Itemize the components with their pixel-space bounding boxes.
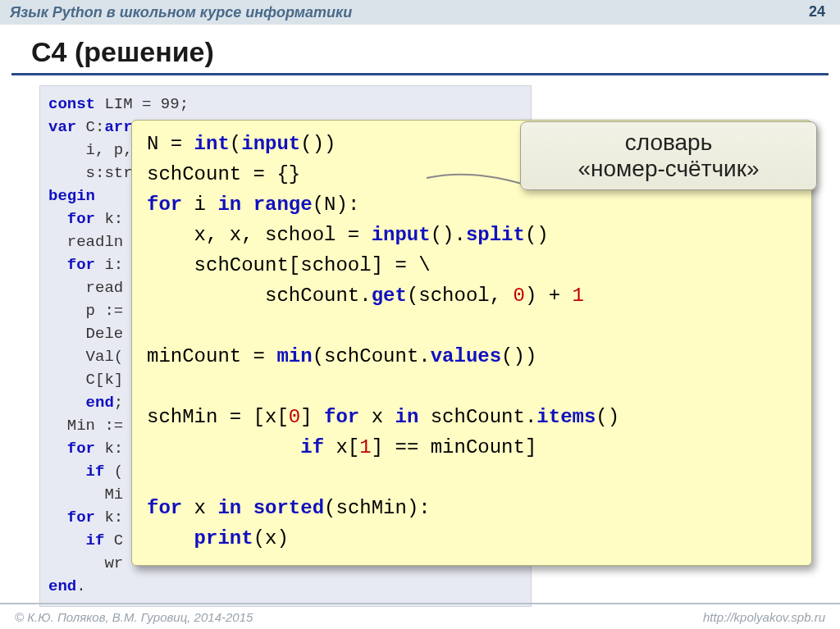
py-line: for (147, 194, 182, 216)
pascal-line: k: (95, 508, 123, 526)
py-line: ) + (525, 285, 573, 307)
py-line: if (300, 436, 324, 458)
pascal-line: const (48, 95, 95, 113)
annotation-label: словарь «номер-счётчик» (520, 121, 817, 190)
pascal-line: k: (95, 210, 123, 228)
py-line: items (536, 406, 596, 428)
py-line: get (372, 285, 407, 307)
py-line: input (241, 133, 300, 155)
pascal-line: C (104, 531, 123, 549)
py-line: 1 (573, 285, 584, 307)
py-line: i (182, 194, 217, 216)
page-title: C4 (решение) (0, 25, 840, 73)
pascal-line: LIM = 99; (95, 95, 189, 113)
footer: © К.Ю. Поляков, В.М. Гуровиц, 2014-2015 … (0, 603, 840, 629)
pascal-line: . (76, 577, 85, 595)
py-line (147, 527, 194, 549)
py-line: x (182, 497, 217, 519)
py-line: (school, (407, 285, 514, 307)
footer-url: http://kpolyakov.spb.ru (703, 610, 825, 624)
py-line: ] (300, 406, 324, 428)
pascal-line: i, p, (48, 141, 133, 159)
py-line: min (276, 345, 312, 367)
pascal-line: for (67, 210, 95, 228)
py-line: schCount. (147, 285, 372, 307)
pascal-line (48, 440, 67, 458)
footer-copyright: © К.Ю. Поляков, В.М. Гуровиц, 2014-2015 (15, 610, 253, 624)
pascal-line (48, 463, 86, 481)
py-line: in (395, 406, 418, 428)
annotation-line2: «номер-счётчик» (578, 156, 759, 182)
pascal-line: for (67, 256, 95, 274)
pascal-line: begin (48, 187, 95, 205)
py-line: ()) (501, 345, 536, 367)
py-line: x, x, school = (147, 224, 372, 246)
py-line: schMin = [x[ (147, 406, 289, 428)
py-line: for (324, 406, 359, 428)
page-number: 24 (809, 3, 825, 21)
py-line (241, 497, 253, 519)
pascal-line: Min := (48, 417, 123, 435)
pascal-line: end (48, 577, 76, 595)
pascal-line: for (67, 508, 95, 526)
header-bar: Язык Python в школьном курсе информатики… (0, 0, 840, 25)
pascal-line: readln (48, 233, 123, 251)
pascal-line: if (86, 531, 105, 549)
pascal-line (48, 508, 67, 526)
content-area: const LIM = 99; var C:array[1..LIM] of i… (0, 75, 840, 607)
py-line: (schMin): (324, 497, 431, 519)
py-line: ()) (300, 133, 336, 155)
py-line: schCount = {} (147, 163, 300, 185)
pascal-line: ( (104, 463, 123, 481)
py-line: x (359, 406, 395, 428)
pascal-line (48, 210, 67, 228)
py-line: values (431, 345, 501, 367)
py-line: sorted (253, 497, 324, 519)
pascal-line: Mi (48, 485, 123, 504)
py-line: ] == minCount] (372, 436, 537, 458)
pascal-line: k: (95, 440, 123, 458)
header-subtitle: Язык Python в школьном курсе информатики (10, 4, 352, 21)
pascal-line: ; (114, 394, 123, 412)
py-line: 0 (514, 285, 525, 307)
pascal-line (48, 394, 86, 412)
pascal-line: Dele (48, 325, 123, 343)
pascal-line: C: (76, 118, 104, 136)
pascal-line: var (48, 118, 76, 136)
pascal-line (48, 256, 67, 274)
py-line: () (525, 224, 549, 246)
py-line: in (217, 497, 241, 519)
py-line: minCount = (147, 345, 276, 367)
py-line: range (253, 194, 313, 216)
pascal-line: p := (48, 302, 123, 320)
py-line: (N): (313, 194, 360, 216)
py-line (147, 436, 300, 458)
pascal-line: if (86, 463, 105, 481)
py-line: (x) (253, 527, 289, 549)
py-line: 1 (359, 436, 371, 458)
py-line: schCount. (418, 406, 536, 428)
py-line: ( (230, 133, 241, 155)
py-line: in (217, 194, 241, 216)
pascal-line: for (67, 440, 95, 458)
annotation-line1: словарь (625, 130, 713, 156)
py-line (241, 194, 253, 216)
py-line: (schCount. (313, 345, 431, 367)
py-line: for (147, 497, 182, 519)
pascal-line: C[k] (48, 371, 123, 389)
py-line: schCount[school] = \ (147, 254, 431, 276)
py-line: x[ (324, 436, 359, 458)
py-line: int (194, 133, 230, 155)
pascal-line: read (48, 279, 123, 297)
pascal-line (48, 531, 86, 549)
pascal-line: i: (95, 256, 123, 274)
py-line: (). (431, 224, 466, 246)
pascal-line: end (86, 394, 114, 412)
py-line: print (194, 527, 253, 549)
py-line: split (466, 224, 525, 246)
py-line: input (372, 224, 431, 246)
pascal-line: s:stri (48, 164, 142, 182)
pascal-line: Val( (48, 348, 123, 366)
py-line: () (596, 406, 619, 428)
pascal-line: wr (48, 554, 123, 572)
